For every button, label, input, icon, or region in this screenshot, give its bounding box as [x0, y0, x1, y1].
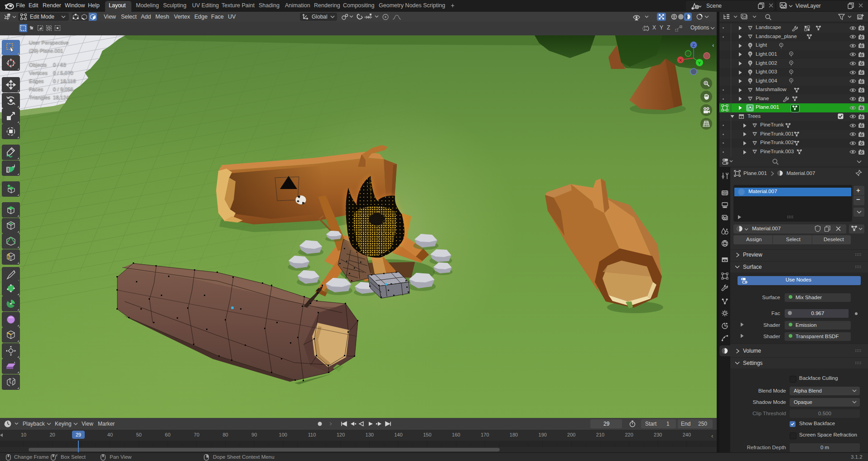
svg-text:Z: Z: [692, 43, 695, 48]
svg-text:80: 80: [222, 432, 228, 437]
svg-text:20: 20: [49, 432, 55, 437]
svg-text:220: 220: [625, 432, 633, 437]
svg-text:70: 70: [194, 432, 199, 437]
svg-text:180: 180: [510, 432, 518, 437]
svg-text:110: 110: [308, 432, 316, 437]
svg-text:190: 190: [539, 432, 547, 437]
svg-text:230: 230: [654, 432, 662, 437]
svg-text:170: 170: [481, 432, 489, 437]
svg-text:160: 160: [452, 432, 460, 437]
svg-text:60: 60: [165, 432, 170, 437]
svg-text:210: 210: [596, 432, 604, 437]
svg-text:50: 50: [136, 432, 141, 437]
svg-text:130: 130: [366, 432, 374, 437]
svg-text:90: 90: [251, 432, 257, 437]
svg-text:Y: Y: [698, 60, 701, 65]
svg-text:150: 150: [423, 432, 431, 437]
svg-text:140: 140: [394, 432, 402, 437]
svg-text:200: 200: [567, 432, 575, 437]
svg-text:240: 240: [683, 432, 691, 437]
svg-text:10: 10: [21, 432, 26, 437]
svg-text:40: 40: [107, 432, 113, 437]
svg-text:100: 100: [279, 432, 287, 437]
svg-text:X: X: [679, 58, 682, 63]
svg-text:120: 120: [337, 432, 345, 437]
